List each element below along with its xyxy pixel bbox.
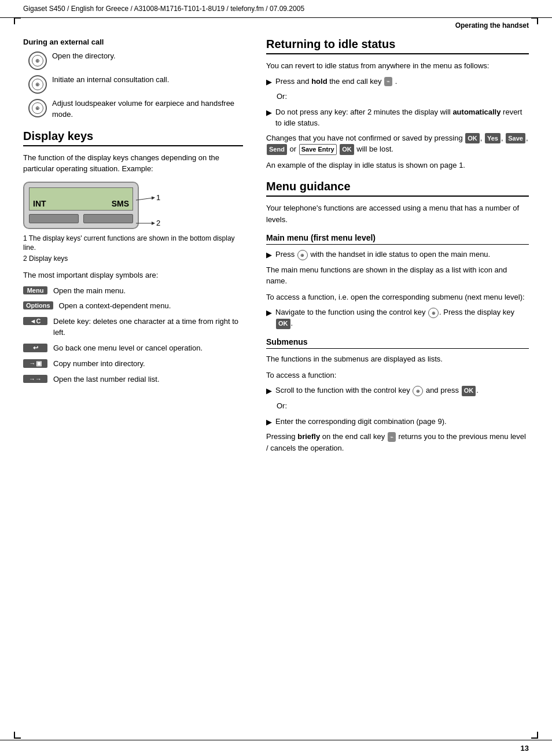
bullet-arrow-1: ▶ [266,77,272,88]
bullet-text-6: Enter the corresponding digit combinatio… [275,416,529,427]
end-call-key-icon-2: ⌁ [388,432,396,442]
badge-ok-1: OK [465,133,480,144]
bullet-arrow-4: ▶ [266,308,272,319]
changes-text: Changes that you have not confirmed or s… [266,132,529,155]
page-header: Gigaset S450 / English for Greece / A310… [0,0,552,18]
badge-delete: ◄C [23,317,47,325]
page-number: 13 [521,744,529,753]
menu-guidance-intro: Your telephone's functions are accessed … [266,202,529,225]
icon-desc-2: Initiate an internal consultation call. [52,75,243,86]
bullet-arrow-2: ▶ [266,108,272,119]
symbol-row-menu: Menu Open the main menu. [23,286,243,297]
caption-1: 1 The display keys' current functions ar… [23,234,243,253]
diagram-container: INT SMS [23,182,243,229]
example-text: An example of the display in idle status… [266,160,529,171]
symbol-row-redial: →→ Open the last number redial list. [23,374,243,385]
icon-row-3: ⊕ Adjust loudspeaker volume for earpiece… [23,98,243,120]
icon-desc-1: Open the directory. [52,51,243,62]
hold-bold: hold [311,77,327,86]
desc-menu: Open the main menu. [53,286,243,297]
bullet-arrow-3: ▶ [266,250,272,261]
badge-ok-2: OK [340,144,354,155]
badge-options: Options [23,301,53,309]
badge-ok-scroll: OK [462,386,476,396]
desc-back: Go back one menu level or cancel operati… [53,343,243,354]
desc-options: Open a context-dependent menu. [59,301,243,312]
submenus-text1: The functions in the submenus are displa… [266,353,529,365]
control-key-icon-1: ⊕ [297,250,308,260]
bullet-suffix-1: . [395,77,398,86]
badge-save-entry: Save Entry [299,144,337,155]
page-footer: 13 [0,740,552,756]
main-menu-text1: The main menu functions are shown in the… [266,264,529,287]
badge-menu: Menu [23,286,47,294]
phone-softkeys [29,214,133,223]
caption-2: 2 Display keys [23,254,243,264]
badge-back: ↩ [23,344,47,352]
bullet-no-key: ▶ Do not press any key: after 2 minutes … [266,107,529,129]
directory-icon: ⊕ [28,51,47,70]
corner-tick-bl [14,732,21,739]
screen-label-sms: SMS [112,199,129,208]
badge-yes: Yes [485,133,501,144]
bullet-scroll: ▶ Scroll to the function with the contro… [266,385,529,397]
bullet-press-ctrl: ▶ Press ⊕ with the handset in idle statu… [266,249,529,261]
header-text: Gigaset S450 / English for Greece / A310… [23,5,304,13]
icon-cell-2: ⊕ [23,75,52,94]
bullet-text-2: Do not press any key: after 2 minutes th… [275,107,529,129]
auto-bold: automatically [452,108,501,116]
pressing-text: Pressing briefly on the end call key ⌁ r… [266,431,529,453]
left-column: During an external call ⊕ Open the direc… [0,32,255,464]
corner-tick-tr [531,17,538,24]
symbol-row-back: ↩ Go back one menu level or cancel opera… [23,343,243,354]
operating-label: Operating the handset [0,18,552,32]
submenus-text2: To access a function: [266,370,529,381]
symbols-intro: The most important display symbols are: [23,270,243,281]
symbol-row-options: Options Open a context-dependent menu. [23,301,243,312]
control-key-icon-3: ⊕ [413,386,423,396]
bullet-arrow-5: ▶ [266,386,272,397]
control-key-icon-2: ⊕ [428,308,439,318]
corner-tick-tl [14,17,21,24]
bullet-enter: ▶ Enter the corresponding digit combinat… [266,416,529,428]
display-keys-title: Display keys [23,130,243,146]
menu-guidance-title: Menu guidance [266,180,529,197]
volume-icon: ⊕ [28,99,47,117]
softkey-right [83,214,133,223]
diagram-wrapper: INT SMS [23,182,139,229]
returning-intro: You can revert to idle status from anywh… [266,60,529,72]
symbol-row-copy: →▣ Copy number into directory. [23,359,243,370]
end-call-key-icon: ⌁ [384,77,392,87]
phone-screen: INT SMS [29,187,133,211]
badge-copy: →▣ [23,359,47,368]
icon-cell-1: ⊕ [23,51,52,70]
bullet-navigate: ▶ Navigate to the function using the con… [266,307,529,329]
svg-text:1: 1 [156,193,160,202]
icon-cell-3: ⊕ [23,98,52,117]
bullet-text-3: Press ⊕ with the handset in idle status … [275,249,529,260]
badge-ok-nav: OK [276,319,290,329]
bullet-text-5: Scroll to the function with the control … [275,385,529,396]
icon-row-2: ⊕ Initiate an internal consultation call… [23,75,243,94]
consultation-icon: ⊕ [28,75,47,94]
content-area: During an external call ⊕ Open the direc… [0,32,552,475]
right-column: Returning to idle status You can revert … [255,32,552,464]
bullet-text-1: Press and hold the end call key ⌁ . [275,76,529,87]
icon-row-1: ⊕ Open the directory. [23,51,243,70]
symbol-row-delete: ◄C Delete key: deletes one character at … [23,316,243,338]
badge-save: Save [506,133,525,144]
desc-copy: Copy number into directory. [53,359,243,370]
icon-desc-3: Adjust loudspeaker volume for earpiece a… [52,98,243,120]
bullet-press-hold: ▶ Press and hold the end call key ⌁ . [266,76,529,88]
bullet-text-4: Navigate to the function using the contr… [275,307,529,329]
screen-label-int: INT [33,199,46,208]
svg-text:2: 2 [156,219,160,227]
briefly-bold: briefly [297,432,320,441]
display-keys-intro: The function of the display keys changes… [23,152,243,175]
corner-tick-br [531,732,538,739]
returning-title: Returning to idle status [266,38,529,54]
badge-redial: →→ [23,375,47,383]
desc-redial: Open the last number redial list. [53,374,243,385]
main-menu-title: Main menu (first menu level) [266,233,529,245]
main-menu-text2: To access a function, i.e. open the corr… [266,292,529,303]
